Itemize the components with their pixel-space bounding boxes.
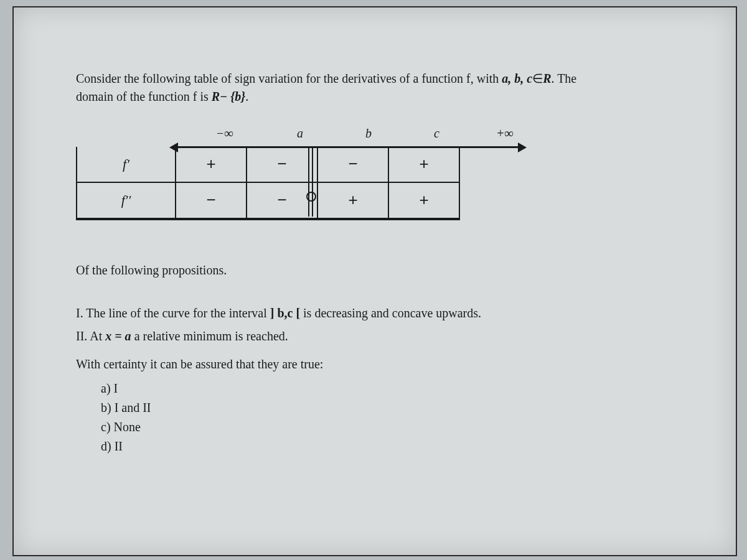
choice-a[interactable]: a) I [101, 380, 686, 398]
screen-frame: Consider the following table of sign var… [12, 6, 737, 556]
prop2-suffix: a relative minimum is reached. [131, 329, 288, 343]
fsecond-cell-3: + [317, 182, 388, 218]
sign-grid: f′ + − − + f′′ − − + + [76, 147, 460, 220]
fprime-cell-1: + [176, 147, 247, 182]
lead-in: With certainty it can be assured that th… [76, 355, 686, 373]
intro-period: . [245, 90, 248, 103]
label-minus-infinity: −∞ [216, 124, 233, 142]
choice-c[interactable]: c) None [101, 418, 686, 436]
choice-d[interactable]: d) II [101, 437, 686, 455]
intro-set: R [543, 72, 551, 85]
domain-exclusion-bar [308, 147, 313, 217]
proposition-2: II. At x = a a relative minimum is reach… [76, 327, 686, 345]
prop2-eq: x = a [105, 329, 131, 343]
prop1-prefix: I. The line of the curve for the interva… [76, 306, 270, 320]
label-b: b [365, 124, 372, 142]
row-fprime-label: f′ [77, 147, 176, 182]
fsecond-cell-4: + [388, 182, 459, 218]
fprime-cell-2: − [247, 147, 317, 182]
answer-choices: a) I b) I and II c) None d) II [101, 380, 686, 455]
row-fsecond-label: f′′ [77, 182, 176, 218]
sign-grid-table: f′ + − − + f′′ − − + + [77, 147, 460, 219]
prop1-interval: ] b,c [ [270, 306, 300, 320]
marker-circle-icon [306, 192, 316, 202]
row-fprime: f′ + − − + [77, 147, 459, 182]
fsecond-cell-2: − [247, 182, 317, 218]
intro-in: ∈ [532, 72, 543, 85]
prop2-prefix: II. At [76, 329, 105, 343]
label-plus-infinity: +∞ [496, 124, 514, 142]
row-fsecond: f′′ − − + + [77, 182, 459, 218]
subheading: Of the following propositions. [76, 261, 686, 279]
label-c: c [434, 124, 439, 142]
intro-line1-suffix: . The [552, 72, 577, 85]
sign-variation-table: −∞ a b c +∞ f′ + − − + [76, 124, 512, 236]
choice-b[interactable]: b) I and II [101, 399, 686, 417]
proposition-1: I. The line of the curve for the interva… [76, 304, 686, 322]
axis-labels: −∞ a b c +∞ [172, 124, 512, 146]
fprime-cell-3: − [317, 147, 388, 182]
label-a: a [297, 124, 303, 142]
intro-line1-prefix: Consider the following table of sign var… [76, 72, 502, 85]
propositions: I. The line of the curve for the interva… [76, 304, 686, 345]
intro-abc: a, b, c [502, 72, 532, 85]
axis-arrow-right-icon [518, 142, 527, 152]
intro-line2: domain of the function f is [76, 90, 212, 103]
intro-text: Consider the following table of sign var… [76, 70, 686, 106]
question-content: Consider the following table of sign var… [76, 70, 686, 457]
fprime-cell-4: + [388, 147, 459, 182]
intro-domain: R− {b} [212, 90, 245, 103]
prop1-suffix: is decreasing and concave upwards. [300, 306, 481, 320]
fsecond-cell-1: − [176, 182, 247, 218]
